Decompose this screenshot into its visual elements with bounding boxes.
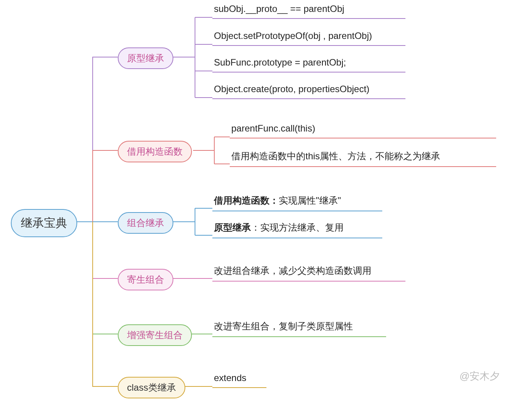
leaf-combo-0-bold: 借用构造函数： [214,195,279,206]
branch-class[interactable]: class类继承 [118,377,185,398]
leaf-combo-1: 原型继承：实现方法继承、复用 [212,221,382,238]
branch-parasitic-label: 寄生组合 [127,274,164,285]
branch-parasitic[interactable]: 寄生组合 [118,269,173,290]
branch-borrow-label: 借用构造函数 [127,146,183,157]
leaf-combo-0: 借用构造函数：实现属性"继承" [212,194,382,211]
branch-combo-label: 组合继承 [127,218,164,228]
leaf-combo-1-rest: ：实现方法继承、复用 [251,222,344,233]
leaf-enhanced-0: 改进寄生组合，复制子类原型属性 [212,320,386,337]
leaf-parasitic-0: 改进组合继承，减少父类构造函数调用 [212,265,405,282]
watermark: @安木夕 [459,369,500,383]
branch-borrow[interactable]: 借用构造函数 [118,141,192,162]
branch-enhanced[interactable]: 增强寄生组合 [118,324,192,346]
branch-class-label: class类继承 [127,382,176,393]
branch-combo[interactable]: 组合继承 [118,212,173,234]
branch-proto-label: 原型继承 [127,53,164,63]
leaf-proto-0: subObj.__proto__ == parentObj [212,3,405,19]
root-label: 继承宝典 [21,216,67,229]
branch-proto[interactable]: 原型继承 [118,47,173,69]
leaf-borrow-0: parentFunc.call(this) [230,123,496,138]
root-node[interactable]: 继承宝典 [11,209,77,237]
leaf-proto-1: Object.setPrototypeOf(obj , parentObj) [212,30,405,46]
leaf-borrow-1: 借用构造函数中的this属性、方法，不能称之为继承 [230,150,496,167]
leaf-proto-3: Object.create(proto, propertiesObject) [212,84,405,99]
leaf-combo-0-rest: 实现属性"继承" [279,195,341,206]
leaf-class-0: extends [212,373,266,388]
leaf-combo-1-bold: 原型继承 [214,222,251,233]
branch-enhanced-label: 增强寄生组合 [127,330,183,340]
leaf-proto-2: SubFunc.prototype = parentObj; [212,57,405,73]
